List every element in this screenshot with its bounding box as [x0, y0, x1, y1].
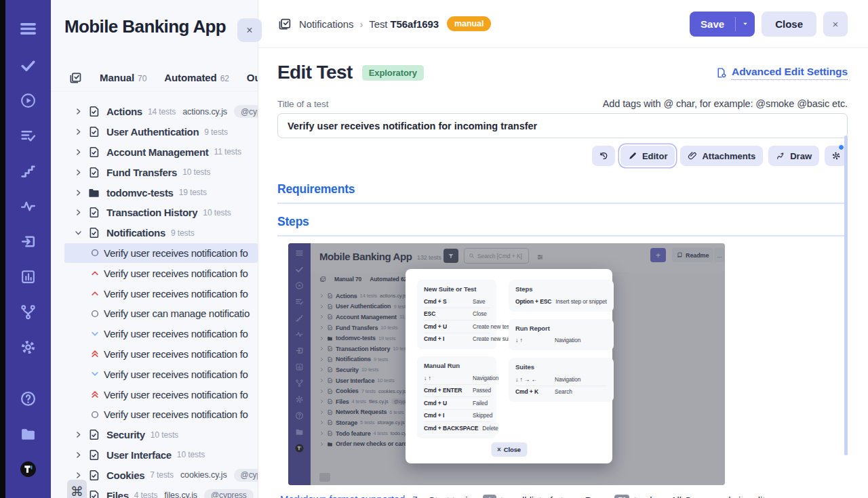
file-check-icon [87, 105, 100, 118]
list-check-icon [20, 127, 37, 144]
f1-key-badge: F1 [614, 495, 629, 498]
circle-icon [90, 309, 100, 318]
tree-row[interactable]: todomvc-tests 19 tests [51, 182, 258, 203]
steps-heading[interactable]: Steps [277, 215, 848, 236]
tree-row[interactable]: Fund Transfers 10 tests [51, 162, 258, 182]
tree-row[interactable]: Verify user can manage notificatio [51, 304, 258, 324]
sidebar-item[interactable] [5, 259, 51, 294]
editor-toolbar: Editor Attachments Draw [277, 146, 848, 166]
tree-row[interactable]: Verify user receives notification fo [51, 344, 258, 365]
tree-row[interactable]: Verify user receives notification fo [51, 404, 258, 425]
sidebar-item[interactable] [5, 9, 51, 47]
markdown-link[interactable]: Markdown format supported [280, 493, 418, 498]
vertical-scrollbar[interactable] [844, 136, 848, 455]
tree-row[interactable]: Verify user receives notification fo [51, 283, 258, 304]
sidebar-item[interactable] [5, 329, 51, 365]
sidebar-item[interactable] [5, 294, 51, 329]
chevron-down-icon[interactable] [74, 228, 83, 237]
tree-row[interactable]: Verify user receives notification fo [51, 324, 258, 344]
save-button[interactable]: Save [690, 12, 755, 37]
hotkey-group: Suites↓ ↑ → ←NavigationCmd + KSearch [509, 358, 614, 402]
sidebar-item[interactable] [5, 118, 51, 153]
editor-tab-button[interactable]: Editor [620, 146, 675, 166]
tree-row[interactable]: Verify user receives notification fo [51, 263, 258, 283]
chevron-right-icon[interactable] [74, 107, 83, 116]
branch-icon [20, 304, 37, 320]
file-check-icon [87, 428, 100, 441]
help-circle-icon [20, 390, 37, 407]
hotkey-action: Insert step or snippet [555, 298, 606, 305]
tree-row[interactable]: Security 10 tests [51, 425, 258, 445]
breadcrumb-test-id: T56af1693 [390, 18, 439, 30]
tree-row[interactable]: Verify user receives notification fo [51, 384, 258, 404]
tree-row[interactable]: Account Management 11 tests [51, 142, 258, 163]
breadcrumb-section[interactable]: Notifications [299, 18, 353, 30]
test-title-input[interactable] [277, 113, 848, 138]
sidebar-item[interactable] [5, 381, 51, 416]
hotkey-action: Close [473, 310, 487, 317]
prio-highest-icon [90, 349, 100, 358]
requirements-heading[interactable]: Requirements [277, 182, 848, 204]
chevron-right-icon[interactable] [74, 127, 83, 136]
panel-close-button[interactable]: × [237, 18, 262, 42]
exploratory-badge: Exploratory [362, 65, 424, 81]
sidebar-item[interactable] [5, 188, 51, 224]
tree-row[interactable]: User Authentication 9 tests [51, 122, 258, 142]
tab-automated[interactable]: Automated62 [164, 72, 229, 84]
tree-row[interactable]: Verify user receives notification fo [64, 243, 258, 264]
tags-hint: Add tags with @ char, for example: @smok… [603, 98, 848, 109]
sidebar-item[interactable] [5, 224, 51, 259]
advanced-edit-settings-link[interactable]: Advanced Edit Settings [715, 66, 848, 80]
hotkey-group-title: Suites [515, 363, 607, 371]
hotkey-group: Run Report↓ ↑Navigation [509, 319, 614, 351]
hotkey-keys: Cmd + BACKSPACE [424, 425, 478, 432]
main-body: Edit Test Exploratory Advanced Edit Sett… [258, 62, 868, 498]
attachments-tab-button[interactable]: Attachments [680, 146, 763, 166]
tree-row[interactable]: User Interface 10 tests [51, 445, 258, 465]
dismiss-button[interactable]: × [823, 12, 848, 37]
sidebar-item[interactable] [5, 451, 51, 486]
hotkey-row: Cmd + ISkipped [424, 409, 490, 422]
hotkey-row: Cmd + UCreate new test [424, 320, 490, 333]
hotkey-action: Create new suite [473, 335, 514, 342]
chevron-right-icon[interactable] [74, 208, 83, 217]
chevron-right-icon[interactable] [74, 148, 83, 157]
hotkey-group-title: Manual Run [424, 362, 490, 369]
chevron-right-icon[interactable] [74, 168, 83, 177]
markdown-help-line: Markdown format supported . Start typing… [280, 493, 848, 498]
sidebar-item[interactable] [5, 416, 51, 451]
hotkey-keys: Cmd + I [424, 412, 469, 419]
chevron-right-icon[interactable] [74, 188, 83, 197]
hotkeys-column-right: StepsOption + ESCInsert step or snippetR… [509, 280, 614, 438]
sidebar-item[interactable] [5, 83, 51, 118]
tree-row[interactable]: Verify user receives notification fo [51, 364, 258, 384]
hotkey-row: ↓ ↑Navigation [515, 335, 607, 347]
left-edge-strip [0, 0, 5, 498]
draw-tab-button[interactable]: Draw [768, 146, 819, 166]
tab-overflow[interactable]: Ou [247, 72, 258, 84]
project-panel: Mobile Banking App Manual70 Automated62 … [51, 0, 258, 498]
chevron-right-icon[interactable] [74, 451, 83, 459]
main-area: Notifications › Test T56af1693 manual Sa… [258, 0, 868, 498]
chevron-right-icon[interactable] [74, 430, 83, 439]
tree-row[interactable]: Actions 14 tests actions.cy.js @cypress [51, 102, 258, 122]
tree-row[interactable]: Notifications 9 tests [51, 223, 258, 243]
hotkey-keys: Cmd + ENTER [424, 387, 469, 394]
hotkey-group: Manual Run↓ ↑NavigationCmd + ENTERPassed… [417, 356, 496, 438]
sidebar-item[interactable] [5, 47, 51, 83]
tree-row[interactable]: Transaction History 10 tests [51, 203, 258, 223]
file-check-icon [87, 226, 100, 239]
tab-manual[interactable]: Manual70 [100, 72, 146, 84]
circle-icon [90, 410, 100, 419]
manual-badge: manual [447, 16, 491, 31]
chevron-right-icon[interactable] [74, 471, 83, 480]
caret-down-icon[interactable] [736, 19, 755, 28]
notification-dot [838, 144, 844, 150]
breadcrumb-separator: › [359, 18, 363, 30]
history-button[interactable] [592, 146, 615, 166]
close-button[interactable]: Close [762, 12, 816, 37]
logo-t-icon [20, 461, 37, 478]
sidebar-item[interactable] [5, 153, 51, 188]
star-key-badge: * [483, 495, 496, 498]
help-text-3: to show All Commands in editor. [633, 495, 776, 498]
